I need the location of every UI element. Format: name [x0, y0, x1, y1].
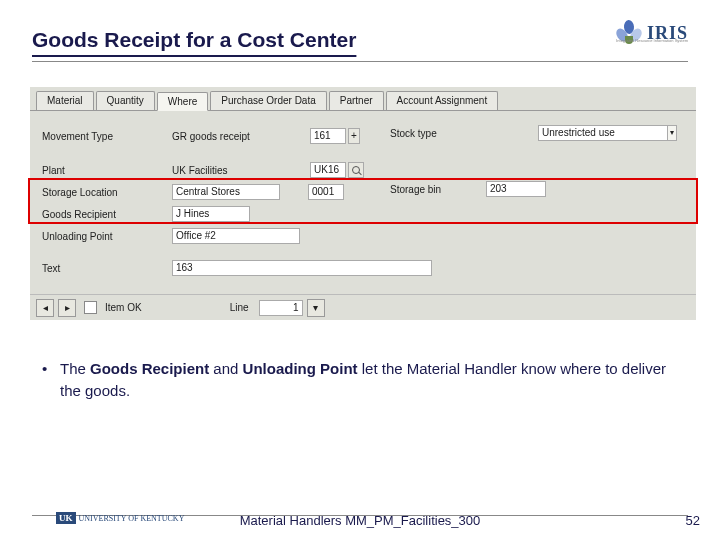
tab-account-assignment[interactable]: Account Assignment: [386, 91, 499, 110]
prev-item-icon[interactable]: ◂: [36, 299, 54, 317]
storage-location-code[interactable]: 0001: [308, 184, 344, 200]
plant-code[interactable]: UK16: [310, 162, 346, 178]
slide-bullet: The Goods Recipient and Unloading Point …: [60, 358, 672, 402]
movement-type-label: Movement Type: [42, 131, 172, 142]
unloading-point-label: Unloading Point: [42, 231, 172, 242]
movement-type-code[interactable]: 161: [310, 128, 346, 144]
storage-bin-label: Storage bin: [390, 184, 486, 195]
unloading-point-field[interactable]: Office #2: [172, 228, 300, 244]
movement-type-value: GR goods receipt: [172, 131, 310, 142]
text-field[interactable]: 163: [172, 260, 432, 276]
plant-value: UK Facilities: [172, 165, 310, 176]
storage-location-field[interactable]: Central Stores: [172, 184, 280, 200]
next-item-icon[interactable]: ▸: [58, 299, 76, 317]
tab-partner[interactable]: Partner: [329, 91, 384, 110]
page-title: Goods Receipt for a Cost Center: [32, 28, 688, 56]
line-field[interactable]: 1: [259, 300, 303, 316]
stock-type-label: Stock type: [390, 128, 486, 139]
stock-type-dropdown-icon[interactable]: ▾: [667, 125, 677, 141]
item-ok-checkbox[interactable]: [84, 301, 97, 314]
tab-material[interactable]: Material: [36, 91, 94, 110]
line-label: Line: [230, 302, 249, 313]
item-bottom-bar: ◂ ▸ Item OK Line 1 ▾: [30, 294, 696, 320]
sap-where-panel: Material Quantity Where Purchase Order D…: [30, 86, 696, 320]
plant-label: Plant: [42, 165, 172, 176]
plant-search-icon[interactable]: [348, 162, 364, 178]
iris-logo-subtitle: Integrated Resource Information System: [616, 38, 688, 43]
storage-location-label: Storage Location: [42, 187, 172, 198]
movement-type-plus[interactable]: +: [348, 128, 360, 144]
text-label: Text: [42, 263, 172, 274]
page-number: 52: [686, 513, 700, 528]
tab-where[interactable]: Where: [157, 92, 208, 111]
goods-recipient-field[interactable]: J Hines: [172, 206, 250, 222]
stock-type-field[interactable]: Unrestricted use: [538, 125, 668, 141]
tab-quantity[interactable]: Quantity: [96, 91, 155, 110]
detail-tabs: Material Quantity Where Purchase Order D…: [30, 87, 696, 111]
tab-po-data[interactable]: Purchase Order Data: [210, 91, 327, 110]
iris-logo-group: IRIS Integrated Resource Information Sys…: [615, 20, 688, 46]
line-dropdown-icon[interactable]: ▾: [307, 299, 325, 317]
storage-bin-field[interactable]: 203: [486, 181, 546, 197]
goods-recipient-label: Goods Recipient: [42, 209, 172, 220]
footer-center: Material Handlers MM_PM_Facilities_300: [0, 513, 720, 528]
item-ok-label: Item OK: [105, 302, 142, 313]
title-rule: [32, 61, 688, 62]
